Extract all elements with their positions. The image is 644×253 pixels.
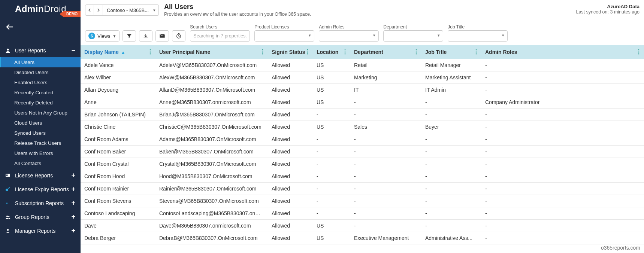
filter-button[interactable] <box>123 30 136 42</box>
sidebar-item[interactable]: Users Not in Any Group <box>0 108 81 118</box>
cell-signin: Allowed <box>268 183 313 195</box>
filter-dropdown[interactable] <box>319 30 379 42</box>
cell-signin: Allowed <box>268 109 313 121</box>
column-menu-icon[interactable]: ⋮ <box>473 49 479 55</box>
cell-dept: Executive Management <box>350 232 421 244</box>
cell-job: - <box>421 96 481 109</box>
table-body: Adele VanceAdeleV@M365B830307.OnMicrosof… <box>81 59 644 244</box>
sidebar-item[interactable]: Recently Created <box>0 88 81 98</box>
table-row[interactable]: Conf Room StevensStevens@M365B830307.OnM… <box>81 195 644 207</box>
cell-name: Conf Room Adams <box>81 133 155 146</box>
filter-dropdown[interactable] <box>383 30 443 42</box>
cell-loc: US <box>313 84 350 96</box>
sidebar-item[interactable]: Enabled Users <box>0 77 81 88</box>
filter-dropdown[interactable] <box>448 30 508 42</box>
cell-upn: AdeleV@M365B830307.OnMicrosoft.com <box>155 59 268 71</box>
cell-loc: - <box>313 158 350 170</box>
filter-dropdown[interactable] <box>254 30 314 42</box>
cell-upn: DebraB@M365B830307.OnMicrosoft.com <box>155 232 268 244</box>
table-row[interactable]: Allan DeyoungAllanD@M365B830307.OnMicros… <box>81 84 644 96</box>
column-header[interactable]: Admin Roles⋮ <box>481 45 644 59</box>
search-filter: Search Users <box>190 24 250 42</box>
sidebar-section[interactable]: User Reports– <box>0 43 81 57</box>
column-header[interactable]: Location⋮ <box>313 45 350 59</box>
expand-toggle-icon[interactable]: + <box>71 199 75 207</box>
column-menu-icon[interactable]: ⋮ <box>147 49 153 55</box>
svg-point-5 <box>6 202 7 204</box>
sidebar-section[interactable]: Manager Reports+ <box>0 224 81 238</box>
cell-dept: - <box>350 195 421 207</box>
views-label: Views <box>97 33 110 39</box>
table-row[interactable]: Contoso LandscapingContosoLandscaping@M3… <box>81 207 644 220</box>
search-input[interactable] <box>190 30 250 42</box>
table-row[interactable]: Brian Johnson (TAILSPIN)BrianJ@M365B8303… <box>81 109 644 121</box>
cell-loc: US <box>313 232 350 244</box>
expand-toggle-icon[interactable]: + <box>71 227 75 235</box>
sidebar-item[interactable]: Cloud Users <box>0 118 81 128</box>
expand-toggle-icon[interactable]: – <box>72 46 75 54</box>
table-row[interactable]: Adele VanceAdeleV@M365B830307.OnMicrosof… <box>81 59 644 71</box>
column-menu-icon[interactable]: ⋮ <box>305 49 311 55</box>
tenant-selector[interactable]: Contoso - M365B... <box>103 4 159 16</box>
svg-rect-3 <box>6 174 7 176</box>
sidebar-section[interactable]: Subscription Reports+ <box>0 196 81 210</box>
sidebar-item[interactable]: Release Track Users <box>0 138 81 148</box>
views-dropdown[interactable]: 6 Views ▼ <box>85 30 120 42</box>
cell-dept: - <box>350 170 421 183</box>
sidebar-section[interactable]: License Reports+ <box>0 168 81 182</box>
cell-name: Conf Room Rainier <box>81 183 155 195</box>
table-row[interactable]: Conf Room HoodHood@M365B830307.OnMicroso… <box>81 170 644 183</box>
column-menu-icon[interactable]: ⋮ <box>260 49 266 55</box>
column-header[interactable]: User Principal Name⋮ <box>155 45 268 59</box>
sidebar-item[interactable]: Recently Deleted <box>0 98 81 108</box>
cell-name: Conf Room Hood <box>81 170 155 183</box>
table-row[interactable]: Conf Room AdamsAdams@M365B830307.OnMicro… <box>81 133 644 146</box>
table-row[interactable]: Alex WilberAlexW@M365B830307.OnMicrosoft… <box>81 71 644 84</box>
column-menu-icon[interactable]: ⋮ <box>342 49 348 55</box>
table-row[interactable]: AnneAnne@M365B830307.onmicrosoft.comAllo… <box>81 96 644 109</box>
column-header[interactable]: Signin Status⋮ <box>268 45 313 59</box>
cell-job: - <box>421 158 481 170</box>
column-menu-icon[interactable]: ⋮ <box>636 49 642 55</box>
table-row[interactable]: Christie ClineChristieC@M365B830307.OnMi… <box>81 121 644 133</box>
column-header[interactable]: Department⋮ <box>350 45 421 59</box>
expand-toggle-icon[interactable]: + <box>71 185 75 193</box>
cell-dept: - <box>350 158 421 170</box>
cell-roles: - <box>481 146 644 158</box>
table-row[interactable]: Debra BergerDebraB@M365B830307.OnMicroso… <box>81 232 644 244</box>
table-row[interactable]: DaveDave@M365B830307.onmicrosoft.comAllo… <box>81 220 644 232</box>
sidebar-nav: User Reports–All UsersDisabled UsersEnab… <box>0 43 81 238</box>
sidebar-item[interactable]: All Contacts <box>0 158 81 168</box>
brand-part1: Admin <box>15 4 44 14</box>
sidebar-item[interactable]: Users with Errors <box>0 148 81 158</box>
cell-dept: Marketing <box>350 71 421 84</box>
expand-toggle-icon[interactable]: + <box>71 213 75 221</box>
cell-roles: - <box>481 195 644 207</box>
filter-stack: Job Title <box>448 24 508 42</box>
back-arrow-icon[interactable] <box>5 22 81 33</box>
cell-name: Debra Berger <box>81 232 155 244</box>
page-subtitle: Provides an overview of all the user acc… <box>164 12 311 17</box>
breadcrumb-next-button[interactable] <box>94 4 103 16</box>
sidebar-item[interactable]: All Users <box>0 57 81 67</box>
column-menu-icon[interactable]: ⋮ <box>413 49 419 55</box>
cell-signin: Allowed <box>268 121 313 133</box>
sidebar-section[interactable]: Group Reports+ <box>0 210 81 224</box>
table-row[interactable]: Conf Room RainierRainier@M365B830307.OnM… <box>81 183 644 195</box>
sidebar-item[interactable]: Disabled Users <box>0 67 81 77</box>
mail-button[interactable] <box>155 30 169 42</box>
cell-roles: - <box>481 59 644 71</box>
table-wrap: Display Name▲⋮User Principal Name⋮Signin… <box>81 45 644 253</box>
table-row[interactable]: Conf Room BakerBaker@M365B830307.OnMicro… <box>81 146 644 158</box>
svg-point-4 <box>6 189 8 190</box>
table-row[interactable]: Conf Room CrystalCrystal@M365B830307.OnM… <box>81 158 644 170</box>
column-header[interactable]: Display Name▲⋮ <box>81 45 155 59</box>
download-button[interactable] <box>139 30 152 42</box>
schedule-button[interactable] <box>172 30 185 42</box>
sidebar-item[interactable]: Synced Users <box>0 128 81 138</box>
cell-name: Alex Wilber <box>81 71 155 84</box>
sidebar-section[interactable]: License Expiry Reports+ <box>0 182 81 196</box>
breadcrumb-prev-button[interactable] <box>85 4 94 16</box>
expand-toggle-icon[interactable]: + <box>71 171 75 179</box>
column-header[interactable]: Job Title⋮ <box>421 45 481 59</box>
